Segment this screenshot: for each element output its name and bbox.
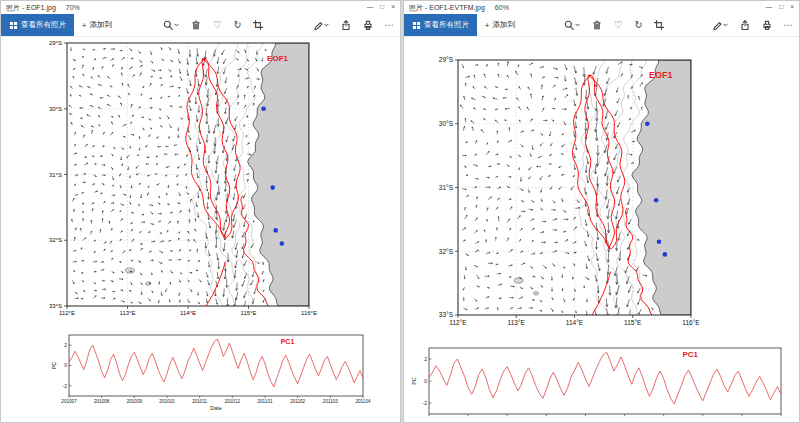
more-button[interactable]: ⋯ [379,14,401,36]
grid-icon [9,21,18,30]
crop-icon [253,20,263,30]
favorite-button[interactable]: ♡ [207,14,228,36]
heart-icon: ♡ [213,20,222,30]
svg-text:32°S: 32°S [49,237,62,243]
view-all-photos-button[interactable]: 查看所有照片 [1,14,74,36]
svg-text:31°S: 31°S [49,172,62,178]
svg-text:201007: 201007 [61,399,77,404]
plus-icon: + [485,21,489,30]
photos-window-right: 照片 - EOF1-EVTFM.jpg 60% — □ × 查看所有照片 + 添… [403,0,800,423]
titlebar: 照片 - EOF1.jpg 70% — □ × [1,1,400,14]
crop-icon [654,20,664,30]
minimize-button[interactable]: — [367,4,374,11]
svg-text:PC1: PC1 [682,350,698,359]
more-button[interactable]: ⋯ [778,14,800,36]
toolbar-spacer [120,14,157,36]
svg-text:2: 2 [424,356,427,362]
zoom-button[interactable] [157,14,185,36]
svg-text:201101: 201101 [258,399,273,404]
chevron-down-icon [174,23,179,27]
svg-text:0: 0 [64,362,67,368]
photos-toolbar: 查看所有照片 + 添加到 ♡ ↻ [404,14,799,37]
chevron-down-icon [575,23,580,27]
add-to-button[interactable]: + 添加到 [74,14,120,36]
svg-text:112°E: 112°E [59,310,75,316]
svg-text:201104: 201104 [356,399,371,404]
pencil-icon [313,20,323,30]
maximize-button[interactable]: □ [779,4,783,11]
svg-text:113°E: 113°E [508,319,526,326]
svg-text:29°S: 29°S [439,56,454,63]
trash-icon [191,20,201,30]
maximize-button[interactable]: □ [380,4,384,11]
rotate-button[interactable]: ↻ [628,14,648,36]
toolbar-spacer [269,14,306,36]
print-button[interactable] [357,14,379,36]
toolbar-spacer [523,14,558,36]
photo-canvas[interactable]: EOF1112°E113°E114°E115°E116°E29°S30°S31°… [1,37,400,422]
svg-text:-2: -2 [423,400,428,406]
share-button[interactable] [335,14,357,36]
edit-button[interactable] [706,14,734,36]
window-title: 照片 - EOF1.jpg [6,3,56,13]
chevron-down-icon [324,23,329,27]
svg-text:EOF1: EOF1 [649,70,673,80]
figure-svg: EOF1112°E113°E114°E115°E116°E29°S30°S31°… [1,37,400,422]
svg-text:113°E: 113°E [120,310,136,316]
svg-text:-2: -2 [63,383,68,389]
zoom-level: 60% [495,4,509,11]
svg-text:115°E: 115°E [241,310,257,316]
svg-text:Date: Date [210,405,222,411]
minimize-button[interactable]: — [766,4,773,11]
view-all-photos-button[interactable]: 查看所有照片 [404,14,477,36]
toolbar-spacer [670,14,705,36]
delete-button[interactable] [586,14,608,36]
print-button[interactable] [756,14,778,36]
zoom-level: 70% [66,4,80,11]
crop-button[interactable] [648,14,670,36]
zoom-button[interactable] [558,14,586,36]
svg-text:201010: 201010 [159,399,175,404]
svg-text:PC1: PC1 [281,338,295,345]
close-button[interactable]: × [391,4,395,11]
share-icon [341,20,351,30]
svg-text:33°S: 33°S [49,303,62,309]
magnifier-icon [564,20,574,30]
svg-text:31°S: 31°S [439,184,454,191]
svg-text:201011: 201011 [192,399,207,404]
svg-text:EOF1: EOF1 [267,54,288,63]
svg-text:201008: 201008 [94,399,110,404]
photos-toolbar: 查看所有照片 + 添加到 ♡ ↻ [1,14,400,37]
favorite-button[interactable]: ♡ [608,14,629,36]
svg-text:201103: 201103 [323,399,338,404]
trash-icon [592,20,602,30]
svg-text:201102: 201102 [290,399,305,404]
svg-text:201009: 201009 [127,399,143,404]
more-icon: ⋯ [784,20,794,30]
svg-text:116°E: 116°E [301,310,317,316]
svg-text:PC: PC [51,362,57,370]
crop-button[interactable] [247,14,269,36]
svg-text:33°S: 33°S [439,311,454,318]
svg-text:PC: PC [411,377,417,385]
add-to-button[interactable]: + 添加到 [477,14,523,36]
svg-text:30°S: 30°S [439,120,454,127]
rotate-button[interactable]: ↻ [227,14,247,36]
photo-canvas[interactable]: EOF1112°E113°E114°E115°E116°E29°S30°S31°… [404,37,799,422]
share-icon [740,20,750,30]
edit-button[interactable] [307,14,335,36]
share-button[interactable] [734,14,756,36]
chevron-down-icon [723,23,728,27]
grid-icon [412,21,421,30]
svg-text:32°S: 32°S [439,248,454,255]
close-button[interactable]: × [790,4,794,11]
svg-text:115°E: 115°E [624,319,642,326]
titlebar: 照片 - EOF1-EVTFM.jpg 60% — □ × [404,1,799,14]
delete-button[interactable] [185,14,207,36]
photos-window-left: 照片 - EOF1.jpg 70% — □ × 查看所有照片 + 添加到 ♡ ↻ [0,0,401,423]
figure-svg: EOF1112°E113°E114°E115°E116°E29°S30°S31°… [404,37,799,422]
svg-text:30°S: 30°S [49,106,62,112]
more-icon: ⋯ [385,20,395,30]
svg-text:0: 0 [424,378,427,384]
pencil-icon [712,20,722,30]
